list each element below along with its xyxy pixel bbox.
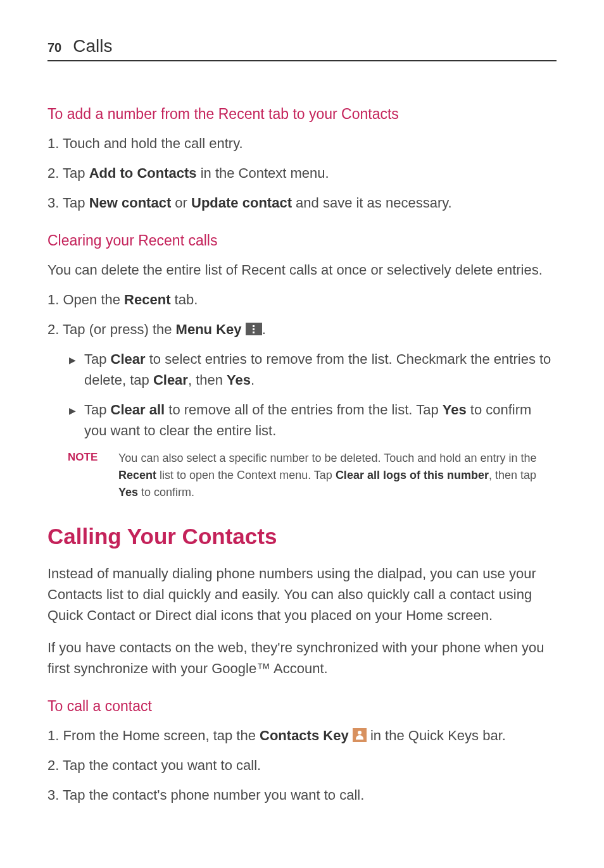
list-item: 2. Tap the contact you want to call.: [47, 755, 557, 776]
list-item: 2. Tap Add to Contacts in the Context me…: [47, 163, 557, 183]
note-block: NOTE You can also select a specific numb…: [47, 450, 557, 501]
contacts-key-icon: [353, 728, 367, 742]
subheading-add-number: To add a number from the Recent tab to y…: [47, 106, 557, 123]
list-item: 1. From the Home screen, tap the Contact…: [47, 725, 557, 746]
menu-key-icon: [246, 323, 262, 335]
section-title: Calls: [73, 36, 112, 56]
note-text: You can also select a specific number to…: [118, 450, 557, 501]
page-number: 70: [47, 40, 61, 55]
triangle-bullet-icon: ▶: [69, 354, 84, 367]
list-item: 1. Open the Recent tab.: [47, 289, 557, 310]
page-content: 70 Calls To add a number from the Recent…: [0, 0, 604, 840]
note-label: NOTE: [68, 450, 118, 501]
list-item: 2. Tap (or press) the Menu Key .: [47, 319, 557, 340]
subheading-clearing: Clearing your Recent calls: [47, 232, 557, 249]
list-item: 1. Touch and hold the call entry.: [47, 133, 557, 154]
list-item: ▶Tap Clear to select entries to remove f…: [47, 349, 557, 390]
list-item: 3. Tap the contact's phone number you wa…: [47, 784, 557, 805]
page-header: 70 Calls: [47, 36, 557, 61]
list-item: ▶Tap Clear all to remove all of the entr…: [47, 399, 557, 441]
triangle-bullet-icon: ▶: [69, 404, 84, 418]
body-text: You can delete the entire list of Recent…: [47, 259, 557, 280]
body-text: If you have contacts on the web, they're…: [47, 637, 557, 679]
body-text: Instead of manually dialing phone number…: [47, 563, 557, 626]
heading-calling-contacts: Calling Your Contacts: [47, 524, 557, 549]
subheading-call-contact: To call a contact: [47, 698, 557, 715]
list-item: 3. Tap New contact or Update contact and…: [47, 192, 557, 213]
